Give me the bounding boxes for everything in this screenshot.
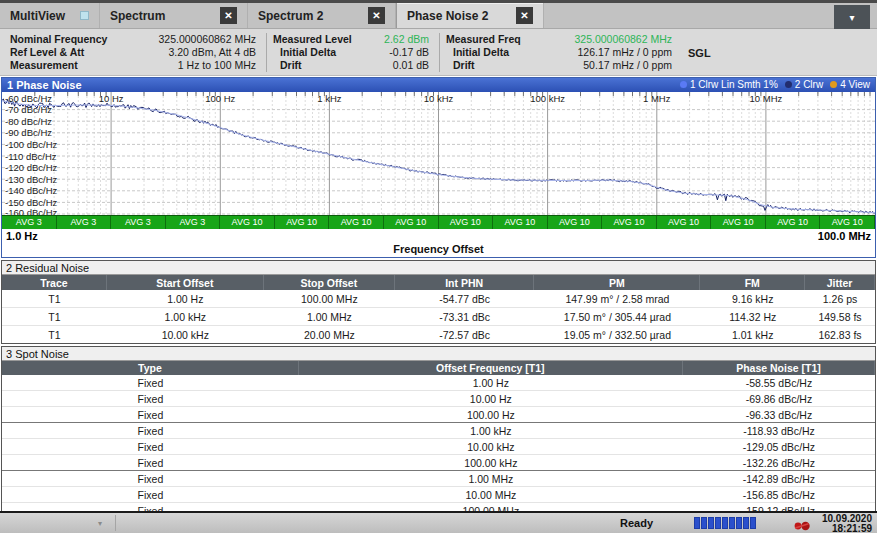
y-tick-label: -160 dBc/Hz xyxy=(5,207,57,215)
info-row: Measurement1 Hz to 100 MHz xyxy=(10,59,256,72)
table-header-row: TraceStart OffsetStop OffsetInt PHNPMFMJ… xyxy=(2,275,875,290)
legend-trace-2[interactable]: 2 Clrw xyxy=(785,79,823,90)
measurement-progress-bar xyxy=(694,517,756,529)
info-value: 325.000060862 MHz xyxy=(159,33,257,46)
legend-trace-1[interactable]: 1 Clrw Lin Smth 1% xyxy=(680,79,778,90)
chevron-down-icon[interactable] xyxy=(98,519,102,528)
table-cell: -54.77 dBc xyxy=(395,290,535,307)
legend-label: 2 Clrw xyxy=(795,79,823,90)
info-value: 2.62 dBm xyxy=(384,33,429,46)
table-cell: 10.00 kHz xyxy=(107,326,264,343)
tab-label: Spectrum xyxy=(110,9,165,23)
residual-noise-title: 2 Residual Noise xyxy=(2,261,875,275)
phase-noise-trace-svg xyxy=(2,92,875,215)
close-icon[interactable] xyxy=(368,7,385,24)
table-cell: -69.86 dBc/Hz xyxy=(683,391,875,406)
info-row: Initial Delta-0.17 dB xyxy=(273,46,429,59)
avg-segment: AVG 3 xyxy=(2,216,57,229)
table-cell: -156.85 dBc/Hz xyxy=(683,487,875,502)
info-value: 50.17 mHz / 0 ppm xyxy=(583,59,672,72)
info-label: Measurement xyxy=(10,59,78,72)
y-tick-label: -70 dBc/Hz xyxy=(5,104,52,115)
chart-title-bar: 1 Phase Noise 1 Clrw Lin Smth 1%2 Clrw4 … xyxy=(2,78,875,92)
column-header: PM xyxy=(534,275,700,290)
table-cell: 114.32 Hz xyxy=(700,308,805,325)
info-value: 3.20 dBm, Att 4 dB xyxy=(168,46,256,59)
x-tick-label: 1 MHz xyxy=(643,93,670,104)
table-cell: 149.58 fs xyxy=(805,308,875,325)
table-cell: 10.00 MHz xyxy=(299,487,683,502)
trace-color-dot-icon xyxy=(830,81,837,88)
info-label: Ref Level & Att xyxy=(10,46,84,59)
avg-segment: AVG 3 xyxy=(111,216,166,229)
legend-trace-4[interactable]: 4 View xyxy=(830,79,870,90)
info-column-freq: Measured Freq325.000060862 MHzInitial De… xyxy=(442,32,680,73)
column-header: Offset Frequency [T1] xyxy=(299,361,683,375)
multiview-grid-icon xyxy=(80,11,89,20)
table-cell: 1.00 Hz xyxy=(107,290,264,307)
table-cell: 1.00 MHz xyxy=(299,471,683,486)
column-header: Phase Noise [T1] xyxy=(683,361,875,375)
y-tick-label: -110 dBc/Hz xyxy=(5,151,57,162)
info-row: Measured Freq325.000060862 MHz xyxy=(446,33,672,46)
table-cell: Fixed xyxy=(2,455,299,470)
avg-segment: AVG 10 xyxy=(766,216,821,229)
table-row: Fixed10.00 Hz-69.86 dBc/Hz xyxy=(2,391,875,407)
x-range-row: 1.0 Hz 100.0 MHz xyxy=(2,229,875,244)
column-header: Trace xyxy=(2,275,107,290)
progress-block xyxy=(694,517,700,529)
column-header: Start Offset xyxy=(107,275,264,290)
x-tick-label: 10 MHz xyxy=(750,93,783,104)
window-menu-button[interactable] xyxy=(834,5,870,29)
table-row: T11.00 kHz1.00 MHz-73.31 dBc17.50 m° / 3… xyxy=(2,308,875,326)
progress-block xyxy=(722,517,728,529)
table-cell: 162.83 fs xyxy=(805,326,875,343)
table-cell: Fixed xyxy=(2,375,299,390)
progress-block xyxy=(715,517,721,529)
info-row: Nominal Frequency325.000060862 MHz xyxy=(10,33,256,46)
progress-block xyxy=(708,517,714,529)
table-cell: -132.26 dBc/Hz xyxy=(683,455,875,470)
status-ready-label: Ready xyxy=(620,517,653,529)
table-cell: 1.00 kHz xyxy=(107,308,264,325)
table-row: Fixed100.00 kHz-132.26 dBc/Hz xyxy=(2,455,875,471)
column-header: FM xyxy=(700,275,805,290)
table-cell: 100.00 Hz xyxy=(299,407,683,422)
y-tick-label: -80 dBc/Hz xyxy=(5,116,52,127)
spot-noise-title: 3 Spot Noise xyxy=(2,347,875,361)
phase-noise-plot: 10 Hz100 Hz1 kHz10 kHz100 kHz1 MHz10 MHz… xyxy=(2,92,875,215)
info-label: Initial Delta xyxy=(273,46,336,59)
column-header: Int PHN xyxy=(395,275,535,290)
residual-noise-table: TraceStart OffsetStop OffsetInt PHNPMFMJ… xyxy=(2,275,875,343)
progress-block xyxy=(750,517,756,529)
table-cell: 20.00 MHz xyxy=(264,326,395,343)
progress-block xyxy=(743,517,749,529)
column-header: Stop Offset xyxy=(264,275,395,290)
tab-spectrum[interactable]: Spectrum xyxy=(100,3,248,28)
tab-multiview[interactable]: MultiView xyxy=(0,3,100,28)
legend-label: 4 View xyxy=(840,79,870,90)
tab-spectrum-2[interactable]: Spectrum 2 xyxy=(248,3,396,28)
table-cell: Fixed xyxy=(2,471,299,486)
close-icon[interactable] xyxy=(220,7,237,24)
x-tick-label: 100 Hz xyxy=(205,93,235,104)
phase-noise-window: 1 Phase Noise 1 Clrw Lin Smth 1%2 Clrw4 … xyxy=(1,77,876,258)
table-cell: Fixed xyxy=(2,391,299,406)
table-cell: 17.50 m° / 305.44 µrad xyxy=(534,308,700,325)
table-row: Fixed1.00 kHz-118.93 dBc/Hz xyxy=(2,423,875,439)
table-cell: 10.00 Hz xyxy=(299,391,683,406)
status-bar: Ready 10.09.2020 18:21:59 xyxy=(0,511,877,533)
info-value: 325.000060862 MHz xyxy=(575,33,673,46)
y-tick-label: -90 dBc/Hz xyxy=(5,127,52,138)
y-tick-label: -100 dBc/Hz xyxy=(5,139,57,150)
tab-phase-noise-2[interactable]: Phase Noise 2 xyxy=(396,3,544,28)
table-cell: 1.00 kHz xyxy=(299,423,683,438)
progress-block xyxy=(701,517,707,529)
table-cell: 9.16 kHz xyxy=(700,290,805,307)
info-label: Drift xyxy=(273,59,302,72)
chart-title: 1 Phase Noise xyxy=(7,79,82,91)
close-icon[interactable] xyxy=(516,7,533,24)
x-tick-label: 10 Hz xyxy=(99,93,124,104)
avg-segment: AVG 10 xyxy=(220,216,275,229)
info-column-nominal: Nominal Frequency325.000060862 MHzRef Le… xyxy=(6,32,264,73)
